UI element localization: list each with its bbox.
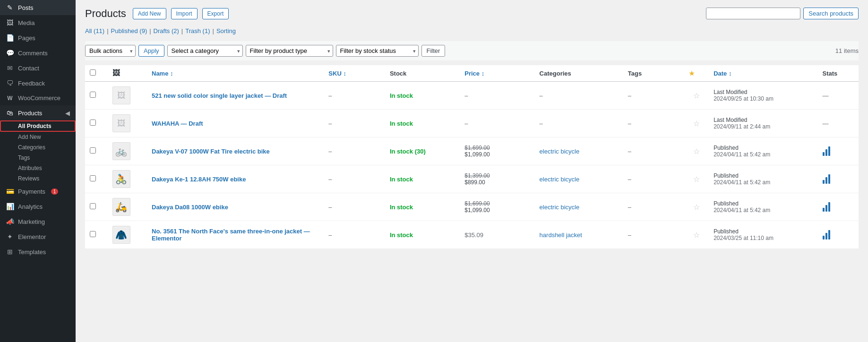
sidebar-item-products[interactable]: 🛍 Products ◀ xyxy=(0,105,76,120)
stats-bar-1 xyxy=(823,180,825,184)
sidebar-item-contact[interactable]: ✉ Contact xyxy=(0,60,76,76)
product-type-filter-select[interactable]: Filter by product type xyxy=(246,45,333,57)
sidebar-sub-all-products[interactable]: All Products xyxy=(0,120,76,132)
row-checkbox[interactable] xyxy=(90,231,96,237)
export-button[interactable]: Export xyxy=(202,8,229,19)
subnav-drafts[interactable]: Drafts (2) xyxy=(154,27,179,34)
product-name-link[interactable]: 521 new solid color single layer jacket … xyxy=(152,92,287,99)
sidebar-item-label: Comments xyxy=(18,50,48,57)
col-header-sku[interactable]: SKU ↕ xyxy=(324,65,385,82)
select-all-checkbox[interactable] xyxy=(90,69,96,76)
stock-status-filter-select[interactable]: Filter by stock status xyxy=(336,45,419,57)
stats-bar-chart[interactable] xyxy=(823,174,854,184)
product-stats[interactable] xyxy=(818,137,859,165)
product-featured[interactable]: ☆ xyxy=(684,193,709,221)
category-filter-select[interactable]: Select a category xyxy=(167,45,243,57)
product-stats[interactable] xyxy=(818,221,859,249)
product-tags: – xyxy=(623,193,685,221)
product-categories: electric bicycle xyxy=(535,165,623,193)
search-products-button[interactable]: Search products xyxy=(803,8,859,19)
featured-star-icon[interactable]: ☆ xyxy=(693,147,700,155)
category-link[interactable]: electric bicycle xyxy=(540,176,580,183)
sidebar-item-analytics[interactable]: 📊 Analytics xyxy=(0,199,76,214)
product-name-link[interactable]: WAHAHA — Draft xyxy=(152,120,203,127)
sidebar-sub-categories[interactable]: Categories xyxy=(0,142,76,153)
search-input[interactable] xyxy=(706,8,800,19)
subnav-trash[interactable]: Trash (1) xyxy=(185,27,210,34)
stats-bar-1 xyxy=(823,208,825,212)
featured-star-icon[interactable]: ☆ xyxy=(693,175,700,183)
sort-price-link[interactable]: Price ↕ xyxy=(464,70,484,77)
apply-button[interactable]: Apply xyxy=(138,45,164,57)
sidebar-sub-label: Reviews xyxy=(18,175,39,182)
category-link[interactable]: electric bicycle xyxy=(540,204,580,211)
product-name-link[interactable]: No. 3561 The North Face's same three-in-… xyxy=(152,228,310,242)
add-new-button[interactable]: Add New xyxy=(133,8,166,19)
media-icon: 🖼 xyxy=(6,19,14,26)
sidebar-item-payments[interactable]: 💳 Payments 1 xyxy=(0,184,76,199)
import-button[interactable]: Import xyxy=(171,8,198,19)
product-featured[interactable]: ☆ xyxy=(684,165,709,193)
col-header-name[interactable]: Name ↕ xyxy=(147,65,324,82)
payments-icon: 💳 xyxy=(6,188,14,195)
col-header-price[interactable]: Price ↕ xyxy=(460,65,534,82)
col-header-date[interactable]: Date ↕ xyxy=(709,65,817,82)
woocommerce-icon: W xyxy=(6,95,14,102)
product-stock: In stock (30) xyxy=(385,137,460,165)
sort-sku-link[interactable]: SKU ↕ xyxy=(328,70,346,77)
stats-bar-chart[interactable] xyxy=(823,230,854,239)
date-label: Published xyxy=(713,145,739,151)
sidebar-sub-tags[interactable]: Tags xyxy=(0,153,76,163)
date-value: 2024/04/11 at 5:42 am xyxy=(713,151,770,158)
product-featured[interactable]: ☆ xyxy=(684,82,709,110)
sort-date-link[interactable]: Date ↕ xyxy=(713,70,731,77)
featured-star-icon[interactable]: ☆ xyxy=(693,203,700,211)
category-link[interactable]: hardshell jacket xyxy=(540,231,582,239)
sidebar-item-marketing[interactable]: 📣 Marketing xyxy=(0,214,76,229)
row-checkbox[interactable] xyxy=(90,175,96,181)
sidebar-sub-reviews[interactable]: Reviews xyxy=(0,173,76,184)
stats-bar-chart[interactable] xyxy=(823,202,854,212)
sort-name-link[interactable]: Name ↕ xyxy=(152,70,173,77)
sidebar-sub-add-new[interactable]: Add New xyxy=(0,132,76,142)
row-checkbox[interactable] xyxy=(90,203,96,209)
sidebar-sub-label: Tags xyxy=(18,154,30,161)
product-name-link[interactable]: Dakeya V-07 1000W Fat Tire electric bike xyxy=(152,148,270,155)
product-featured[interactable]: ☆ xyxy=(684,221,709,249)
sidebar-item-feedback[interactable]: 🗨 Feedback xyxy=(0,76,76,91)
subnav-published[interactable]: Published (9) xyxy=(111,27,147,34)
sidebar-item-label: Elementor xyxy=(18,233,46,240)
date-value: 2024/03/25 at 11:10 am xyxy=(713,235,773,241)
product-stats[interactable] xyxy=(818,165,859,193)
product-featured[interactable]: ☆ xyxy=(684,110,709,137)
sidebar-item-comments[interactable]: 💬 Comments xyxy=(0,45,76,60)
subnav-all[interactable]: All (11) xyxy=(85,27,104,34)
sidebar-item-media[interactable]: 🖼 Media xyxy=(0,15,76,30)
product-featured[interactable]: ☆ xyxy=(684,137,709,165)
product-stats[interactable] xyxy=(818,193,859,221)
col-header-thumb: 🖼 xyxy=(108,65,147,82)
stats-bar-chart[interactable] xyxy=(823,146,854,156)
row-checkbox[interactable] xyxy=(90,120,96,126)
subnav-sorting[interactable]: Sorting xyxy=(216,27,236,34)
sidebar-item-elementor[interactable]: ✦ Elementor xyxy=(0,229,76,244)
sidebar-item-pages[interactable]: 📄 Pages xyxy=(0,30,76,45)
sidebar-item-woocommerce[interactable]: W WooCommerce xyxy=(0,91,76,105)
row-checkbox[interactable] xyxy=(90,147,96,154)
filter-button[interactable]: Filter xyxy=(421,45,446,57)
category-link[interactable]: electric bicycle xyxy=(540,148,580,155)
sidebar-sub-attributes[interactable]: Attributes xyxy=(0,163,76,173)
sidebar-item-templates[interactable]: ⊞ Templates xyxy=(0,244,76,259)
bulk-actions-select[interactable]: Bulk actions xyxy=(85,45,136,57)
featured-star-icon[interactable]: ☆ xyxy=(693,92,700,100)
product-tags: – xyxy=(623,165,685,193)
col-header-checkbox xyxy=(85,65,108,82)
row-checkbox[interactable] xyxy=(90,92,96,98)
sidebar-item-posts[interactable]: ✎ Posts xyxy=(0,0,76,15)
featured-star-icon[interactable]: ☆ xyxy=(693,231,700,239)
main-content: Products Add New Import Export Search pr… xyxy=(76,0,868,342)
featured-star-icon[interactable]: ☆ xyxy=(693,120,700,128)
product-name-link[interactable]: Dakeya Da08 1000W ebike xyxy=(152,204,228,211)
product-name-link[interactable]: Dakeya Ke-1 12.8AH 750W ebike xyxy=(152,176,246,183)
table-header-row: 🖼 Name ↕ SKU ↕ Stock Price ↕ Categories … xyxy=(85,65,859,82)
